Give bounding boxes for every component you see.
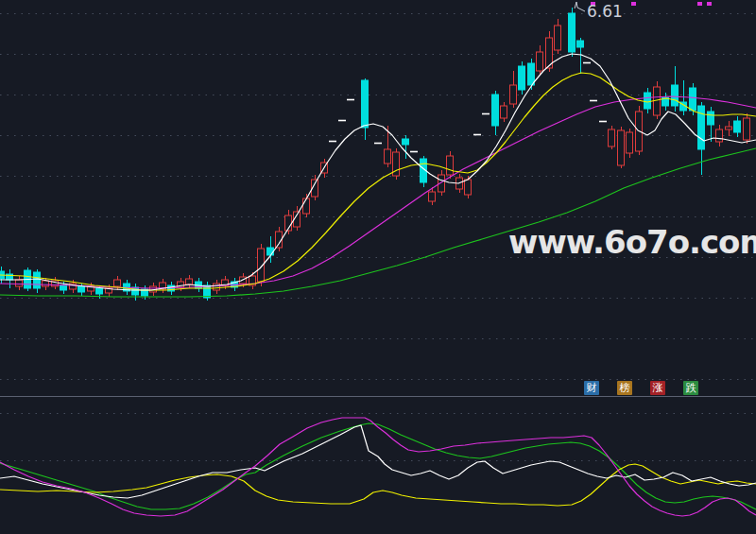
stock-chart-window: 6.61 www.6o7o.com 财 榜 涨 跌 [0,0,756,534]
watermark-text: www.6o7o.com [508,223,756,261]
button-ranking[interactable]: 榜 [617,381,632,395]
button-gainers[interactable]: 涨 [650,381,665,395]
button-losers[interactable]: 跌 [683,381,698,395]
button-finance[interactable]: 财 [584,381,599,395]
candlestick-chart-canvas [0,0,756,534]
high-price-label: 6.61 [587,2,623,21]
